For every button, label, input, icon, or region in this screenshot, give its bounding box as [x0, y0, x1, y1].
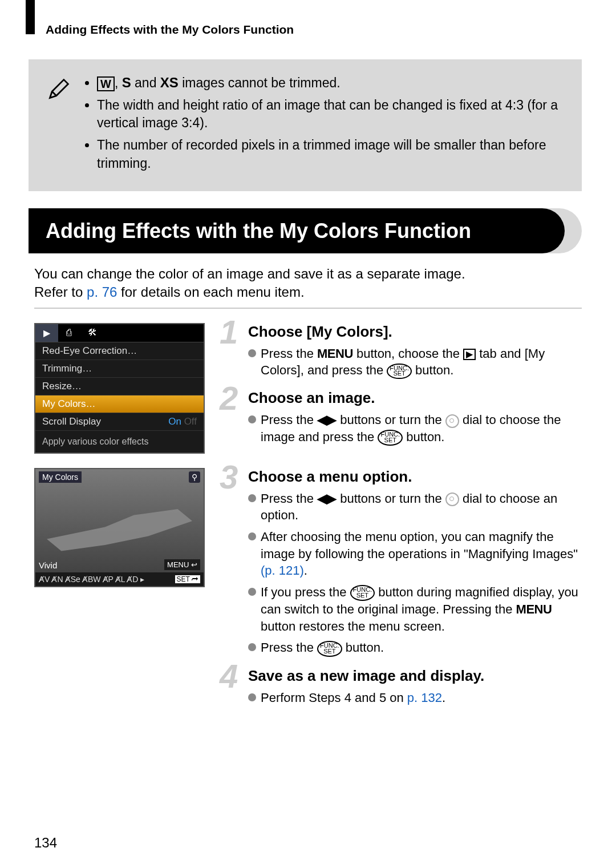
step-3: 3 Choose a menu option. Press the ◀▶ but… [220, 468, 582, 657]
page-link-132[interactable]: p. 132 [407, 691, 442, 705]
step-number-3: 3 [220, 458, 238, 496]
step-1-title: Choose [My Colors]. [248, 323, 582, 341]
set-hint: SET ⮫ [175, 575, 200, 583]
bullet-icon [248, 349, 256, 357]
note-bullet-1: W, S and XS images cannot be trimmed. [97, 74, 565, 92]
menu-word: MENU [516, 602, 552, 616]
menu-row-resize: Resize… [35, 378, 204, 395]
tools-tab: 🛠 [80, 324, 105, 342]
running-header: Adding Effects with the My Colors Functi… [46, 23, 616, 37]
page-number: 134 [34, 835, 57, 851]
step-4: 4 Save as a new image and display. Perfo… [220, 667, 582, 706]
bullet-icon [248, 693, 256, 701]
w-size-icon: W [97, 76, 115, 91]
magnify-icon: ⚲ [189, 471, 200, 483]
intro-text: You can change the color of an image and… [34, 265, 582, 302]
step-2: 2 Choose an image. Press the ◀▶ buttons … [220, 389, 582, 446]
s-size-icon: S [122, 75, 131, 90]
menu-screenshot: ▶ ⎙ 🛠 Red-Eye Correction… Trimming… Resi… [34, 323, 202, 454]
bullet-icon [248, 532, 256, 540]
note-bullet-2: The width and height ratio of an image t… [97, 96, 565, 132]
func-set-icon: FUNC.SET [350, 585, 375, 601]
step-1: 1 Choose [My Colors]. Press the MENU but… [220, 323, 582, 380]
bullet-icon [248, 494, 256, 502]
airplane-image [47, 503, 192, 563]
menu-row-mycolors: My Colors… [35, 395, 204, 413]
step-number-2: 2 [220, 379, 238, 417]
bullet-icon [248, 415, 256, 423]
step-number-1: 1 [220, 313, 238, 351]
func-set-icon: FUNC.SET [378, 430, 403, 446]
section-header-ribbon: Adding Effects with the My Colors Functi… [29, 208, 582, 253]
page-link-121[interactable]: (p. 121) [261, 563, 304, 578]
control-dial-icon [445, 414, 459, 428]
note-bullet-3: The number of recorded pixels in a trimm… [97, 136, 565, 172]
preview-title: My Colors [39, 471, 82, 483]
note-box: W, S and XS images cannot be trimmed. Th… [29, 59, 582, 191]
page-link-76[interactable]: p. 76 [87, 284, 117, 300]
bullet-icon [248, 643, 256, 651]
section-title: Adding Effects with the My Colors Functi… [29, 208, 565, 253]
func-set-icon: FUNC.SET [317, 641, 342, 657]
left-right-icon: ◀▶ [317, 491, 337, 506]
playback-tab: ▶ [35, 324, 58, 342]
print-tab: ⎙ [58, 324, 80, 342]
effect-strip: A̸V A̸N A̸Se A̸BW A̸P A̸L A̸D ▸ SET ⮫ [35, 572, 204, 586]
step-3-title: Choose a menu option. [248, 468, 582, 486]
menu-word: MENU [317, 346, 353, 361]
menu-row-redeye: Red-Eye Correction… [35, 342, 204, 360]
side-tab [26, 0, 35, 34]
menu-footer-hint: Apply various color effects [35, 431, 204, 453]
func-set-icon: FUNC.SET [387, 364, 412, 380]
pencil-icon [46, 76, 71, 102]
left-right-icon: ◀▶ [317, 413, 337, 427]
content-rule [34, 308, 582, 309]
playback-icon: ▶ [463, 349, 476, 360]
step-4-title: Save as a new image and display. [248, 667, 582, 685]
preview-screenshot: My Colors ⚲ Vivid MENU ↩ A̸V A̸N A̸Se A̸… [34, 468, 202, 587]
bullet-icon [248, 588, 256, 596]
preview-mode: Vivid [39, 560, 57, 570]
step-number-4: 4 [220, 657, 238, 695]
menu-row-trimming: Trimming… [35, 360, 204, 378]
step-2-title: Choose an image. [248, 389, 582, 407]
menu-back-hint: MENU ↩ [164, 559, 200, 570]
menu-row-scroll: Scroll Display On Off [35, 413, 204, 431]
control-dial-icon [445, 492, 459, 506]
xs-size-icon: XS [160, 75, 179, 90]
